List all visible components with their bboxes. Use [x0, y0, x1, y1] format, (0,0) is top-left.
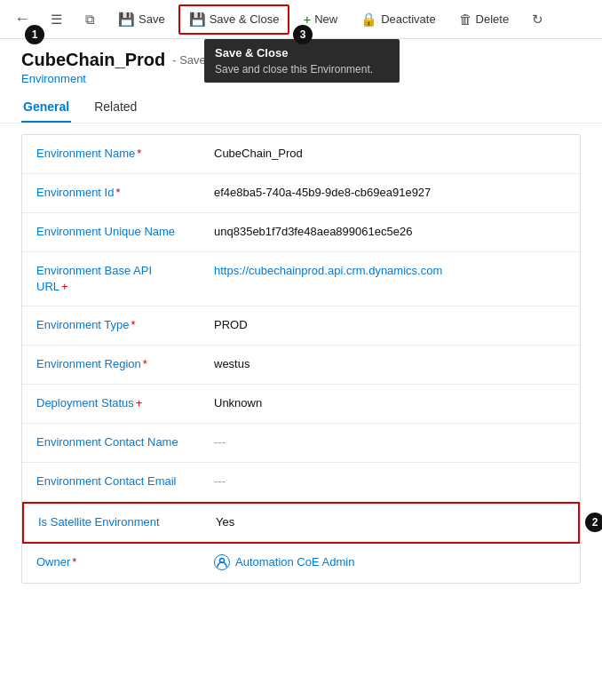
field-environment-base-api-url: Environment Base API URL+ https://cubech… [22, 252, 580, 306]
field-environment-contact-email: Environment Contact Email --- [22, 463, 580, 502]
save-label: Save [139, 12, 165, 26]
save-close-tooltip: Save & Close Save and close this Environ… [204, 39, 400, 83]
field-is-satellite-environment: Is Satellite Environment Yes 2 [22, 502, 580, 543]
required-plus: + [136, 396, 143, 410]
value-environment-name[interactable]: CubeChain_Prod [200, 135, 580, 172]
new-tab-button[interactable]: ⧉ [75, 5, 105, 34]
deactivate-label: Deactivate [381, 12, 435, 26]
value-environment-region[interactable]: westus [200, 346, 580, 383]
owner-name: Automation CoE Admin [235, 554, 354, 570]
label-environment-unique-name: Environment Unique Name [22, 213, 200, 251]
delete-label: Delete [476, 12, 510, 26]
value-environment-contact-name[interactable]: --- [200, 424, 580, 461]
label-environment-base-api-url: Environment Base API URL+ [22, 252, 200, 306]
label-owner: Owner* [22, 544, 200, 581]
label-environment-contact-email: Environment Contact Email [22, 463, 200, 500]
deactivate-icon: 🔒 [360, 12, 377, 28]
field-environment-region: Environment Region* westus [22, 346, 580, 385]
required-star: * [143, 357, 147, 370]
value-environment-contact-email[interactable]: --- [200, 463, 580, 500]
field-deployment-status: Deployment Status+ Unknown [22, 385, 580, 424]
field-environment-id: Environment Id* ef4e8ba5-740a-45b9-9de8-… [22, 174, 580, 213]
field-environment-name: Environment Name* CubeChain_Prod [22, 135, 580, 174]
save-close-button[interactable]: 💾 Save & Close [178, 4, 290, 35]
save-close-label: Save & Close [210, 12, 280, 26]
tooltip-desc: Save and close this Environment. [215, 63, 389, 76]
owner-person-icon [214, 554, 230, 570]
field-environment-type: Environment Type* PROD [22, 306, 580, 346]
field-environment-unique-name: Environment Unique Name unq835eb1f7d3fe4… [22, 213, 580, 252]
callout-3: 3 [293, 25, 313, 44]
label-environment-region: Environment Region* [22, 346, 200, 383]
field-owner: Owner* Automation CoE Admin [22, 544, 580, 583]
delete-icon: 🗑 [459, 12, 472, 27]
new-label: New [314, 12, 337, 26]
field-environment-contact-name: Environment Contact Name --- [22, 424, 580, 463]
label-environment-id: Environment Id* [22, 174, 200, 211]
label-is-satellite-environment: Is Satellite Environment [24, 504, 202, 541]
new-tab-icon: ⧉ [85, 12, 95, 28]
label-environment-type: Environment Type* [22, 306, 200, 344]
document-icon: ☰ [51, 12, 62, 28]
value-environment-unique-name[interactable]: unq835eb1f7d3fe48aea899061ec5e26 [200, 213, 580, 251]
document-button[interactable]: ☰ [41, 5, 72, 34]
record-title: CubeChain_Prod [21, 50, 165, 70]
label-environment-contact-name: Environment Contact Name [22, 424, 200, 461]
save-button[interactable]: 💾 Save [108, 5, 175, 34]
value-deployment-status[interactable]: Unknown [200, 385, 580, 422]
tab-general[interactable]: General [21, 92, 71, 123]
deactivate-button[interactable]: 🔒 Deactivate [351, 5, 445, 34]
save-icon: 💾 [118, 12, 135, 28]
label-environment-name: Environment Name* [22, 135, 200, 172]
toolbar: 1 ← ☰ ⧉ 💾 Save 💾 Save & Close 3 + New 🔒 … [0, 0, 602, 39]
value-environment-type[interactable]: PROD [200, 306, 580, 344]
tooltip-title: Save & Close [215, 46, 389, 60]
value-environment-id[interactable]: ef4e8ba5-740a-45b9-9de8-cb69ea91e927 [200, 174, 580, 211]
label-deployment-status: Deployment Status+ [22, 385, 200, 422]
value-owner[interactable]: Automation CoE Admin [200, 544, 580, 581]
callout-2: 2 [585, 513, 602, 532]
delete-button[interactable]: 🗑 Delete [449, 5, 519, 33]
required-star: * [137, 147, 141, 160]
callout-1: 1 [25, 25, 44, 44]
back-icon: ← [14, 10, 30, 28]
refresh-button[interactable]: ↻ [522, 5, 553, 34]
required-star: * [72, 555, 76, 569]
value-is-satellite-environment[interactable]: Yes [202, 504, 578, 541]
required-plus: + [61, 280, 68, 293]
required-star: * [115, 186, 120, 199]
save-close-icon: 💾 [189, 12, 206, 28]
required-star: * [131, 318, 136, 331]
form-container: Environment Name* CubeChain_Prod Environ… [21, 134, 581, 584]
tabs: General Related [0, 85, 602, 123]
value-environment-base-api-url[interactable]: https://cubechainprod.api.crm.dynamics.c… [200, 252, 580, 290]
tab-related[interactable]: Related [92, 92, 139, 123]
refresh-icon: ↻ [532, 12, 543, 28]
